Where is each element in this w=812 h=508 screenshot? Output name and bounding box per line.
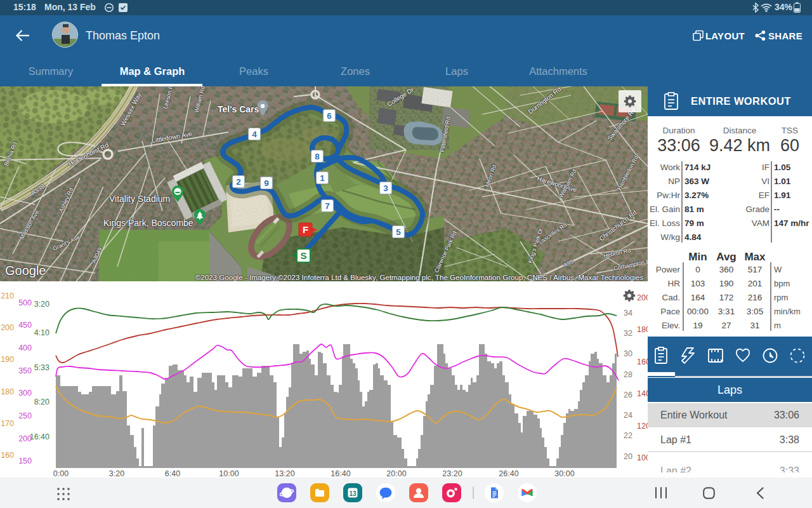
svg-text:5: 5: [396, 227, 401, 237]
svg-text:F: F: [303, 224, 308, 235]
svg-text:26:40: 26:40: [499, 469, 518, 478]
svg-text:3:20: 3:20: [34, 300, 49, 309]
svg-text:8:20: 8:20: [34, 398, 49, 406]
svg-text:120: 120: [637, 422, 648, 431]
svg-text:20: 20: [624, 452, 632, 461]
svg-text:140: 140: [637, 389, 648, 398]
svg-text:©2023 Google - Imagery ©2023 I: ©2023 Google - Imagery ©2023 Infoterra L…: [195, 273, 644, 281]
svg-text:22: 22: [624, 431, 632, 440]
svg-text:400: 400: [18, 344, 32, 352]
svg-text:16:40: 16:40: [331, 469, 350, 478]
svg-text:6: 6: [327, 111, 332, 121]
svg-text:24: 24: [624, 411, 632, 420]
svg-text:500: 500: [18, 298, 32, 307]
svg-text:13: 13: [349, 490, 357, 497]
svg-text:20:00: 20:00: [386, 469, 406, 478]
svg-text:200: 200: [637, 293, 648, 302]
svg-text:250: 250: [18, 411, 32, 420]
svg-text:16:40: 16:40: [30, 432, 49, 441]
svg-text:23:20: 23:20: [442, 469, 462, 478]
svg-text:30: 30: [624, 349, 632, 358]
svg-text:1: 1: [320, 173, 325, 183]
svg-text:32: 32: [624, 329, 632, 338]
svg-text:450: 450: [18, 321, 32, 330]
svg-text:160: 160: [1, 451, 14, 460]
svg-text:3:20: 3:20: [109, 469, 124, 478]
svg-text:4:10: 4:10: [34, 328, 49, 337]
svg-text:8: 8: [315, 152, 320, 161]
svg-text:160: 160: [637, 358, 648, 366]
svg-text:100: 100: [637, 453, 648, 462]
svg-text:34: 34: [624, 309, 632, 318]
svg-text:26: 26: [624, 391, 632, 399]
svg-text:4: 4: [252, 130, 257, 139]
svg-text:350: 350: [18, 366, 32, 375]
svg-text:3: 3: [383, 184, 388, 193]
svg-text:300: 300: [18, 389, 32, 398]
svg-text:9: 9: [264, 178, 269, 188]
svg-text:S: S: [300, 250, 306, 261]
svg-text:200: 200: [1, 323, 14, 332]
svg-text:30:00: 30:00: [554, 469, 574, 478]
svg-text:0:00: 0:00: [53, 469, 69, 478]
svg-text:150: 150: [18, 457, 32, 465]
svg-text:190: 190: [1, 355, 14, 364]
svg-text:Google: Google: [5, 264, 46, 277]
svg-text:7: 7: [325, 201, 330, 211]
svg-text:180: 180: [637, 325, 648, 334]
svg-text:210: 210: [1, 291, 14, 300]
svg-text:Tel's Cars: Tel's Cars: [218, 104, 259, 114]
svg-text:13:20: 13:20: [275, 469, 294, 478]
svg-text:2: 2: [236, 177, 241, 187]
svg-text:170: 170: [1, 419, 14, 428]
svg-text:5:33: 5:33: [34, 363, 49, 372]
svg-text:180: 180: [1, 387, 14, 396]
svg-text:Vitality Stadium: Vitality Stadium: [109, 194, 170, 204]
svg-text:Kings Park, Boscombe: Kings Park, Boscombe: [103, 218, 193, 228]
svg-text:10:00: 10:00: [219, 469, 239, 478]
svg-text:6:40: 6:40: [165, 469, 180, 478]
svg-text:28: 28: [624, 370, 632, 379]
